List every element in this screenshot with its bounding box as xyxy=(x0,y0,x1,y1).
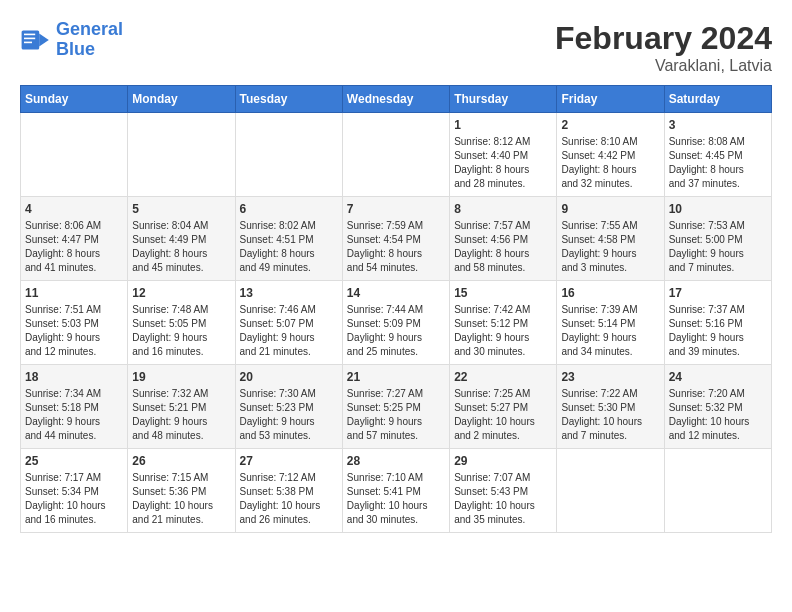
cell-line: Daylight: 8 hours xyxy=(25,247,123,261)
day-number: 26 xyxy=(132,454,230,468)
calendar-cell: 12Sunrise: 7:48 AMSunset: 5:05 PMDayligh… xyxy=(128,281,235,365)
cell-line: Sunrise: 8:02 AM xyxy=(240,219,338,233)
calendar-cell: 18Sunrise: 7:34 AMSunset: 5:18 PMDayligh… xyxy=(21,365,128,449)
cell-line: and 34 minutes. xyxy=(561,345,659,359)
cell-line: Sunrise: 7:22 AM xyxy=(561,387,659,401)
day-number: 7 xyxy=(347,202,445,216)
cell-content: Sunrise: 8:06 AMSunset: 4:47 PMDaylight:… xyxy=(25,219,123,275)
cell-content: Sunrise: 7:22 AMSunset: 5:30 PMDaylight:… xyxy=(561,387,659,443)
col-header-thursday: Thursday xyxy=(450,86,557,113)
cell-line: and 41 minutes. xyxy=(25,261,123,275)
day-number: 10 xyxy=(669,202,767,216)
cell-content: Sunrise: 7:59 AMSunset: 4:54 PMDaylight:… xyxy=(347,219,445,275)
col-header-friday: Friday xyxy=(557,86,664,113)
cell-line: Daylight: 10 hours xyxy=(561,415,659,429)
cell-line: Sunrise: 7:51 AM xyxy=(25,303,123,317)
logo-text: General Blue xyxy=(56,20,123,60)
cell-line: Sunrise: 7:17 AM xyxy=(25,471,123,485)
cell-line: Daylight: 9 hours xyxy=(347,415,445,429)
cell-line: Sunrise: 8:12 AM xyxy=(454,135,552,149)
week-row-2: 4Sunrise: 8:06 AMSunset: 4:47 PMDaylight… xyxy=(21,197,772,281)
day-number: 9 xyxy=(561,202,659,216)
day-number: 15 xyxy=(454,286,552,300)
cell-line: and 25 minutes. xyxy=(347,345,445,359)
calendar-cell: 22Sunrise: 7:25 AMSunset: 5:27 PMDayligh… xyxy=(450,365,557,449)
calendar-cell: 3Sunrise: 8:08 AMSunset: 4:45 PMDaylight… xyxy=(664,113,771,197)
cell-line: Sunset: 4:45 PM xyxy=(669,149,767,163)
cell-line: Daylight: 9 hours xyxy=(240,331,338,345)
cell-line: and 37 minutes. xyxy=(669,177,767,191)
cell-line: and 28 minutes. xyxy=(454,177,552,191)
calendar-cell: 1Sunrise: 8:12 AMSunset: 4:40 PMDaylight… xyxy=(450,113,557,197)
calendar-subtitle: Varaklani, Latvia xyxy=(555,57,772,75)
day-number: 4 xyxy=(25,202,123,216)
week-row-1: 1Sunrise: 8:12 AMSunset: 4:40 PMDaylight… xyxy=(21,113,772,197)
page-header: General Blue February 2024 Varaklani, La… xyxy=(20,20,772,75)
logo-icon xyxy=(20,24,52,56)
calendar-cell: 28Sunrise: 7:10 AMSunset: 5:41 PMDayligh… xyxy=(342,449,449,533)
cell-line: Sunset: 5:34 PM xyxy=(25,485,123,499)
cell-line: Sunset: 5:12 PM xyxy=(454,317,552,331)
cell-line: Sunset: 5:43 PM xyxy=(454,485,552,499)
cell-content: Sunrise: 7:37 AMSunset: 5:16 PMDaylight:… xyxy=(669,303,767,359)
cell-line: Daylight: 10 hours xyxy=(240,499,338,513)
cell-line: Sunrise: 7:55 AM xyxy=(561,219,659,233)
cell-line: and 30 minutes. xyxy=(347,513,445,527)
logo: General Blue xyxy=(20,20,123,60)
cell-line: Sunrise: 7:48 AM xyxy=(132,303,230,317)
cell-line: Daylight: 9 hours xyxy=(347,331,445,345)
calendar-cell: 13Sunrise: 7:46 AMSunset: 5:07 PMDayligh… xyxy=(235,281,342,365)
cell-line: and 21 minutes. xyxy=(240,345,338,359)
calendar-cell: 26Sunrise: 7:15 AMSunset: 5:36 PMDayligh… xyxy=(128,449,235,533)
cell-line: Daylight: 9 hours xyxy=(561,331,659,345)
day-number: 29 xyxy=(454,454,552,468)
calendar-cell xyxy=(128,113,235,197)
cell-line: and 16 minutes. xyxy=(25,513,123,527)
cell-content: Sunrise: 8:08 AMSunset: 4:45 PMDaylight:… xyxy=(669,135,767,191)
cell-line: Daylight: 10 hours xyxy=(132,499,230,513)
calendar-cell: 25Sunrise: 7:17 AMSunset: 5:34 PMDayligh… xyxy=(21,449,128,533)
logo-general: General xyxy=(56,19,123,39)
calendar-table: SundayMondayTuesdayWednesdayThursdayFrid… xyxy=(20,85,772,533)
col-header-wednesday: Wednesday xyxy=(342,86,449,113)
cell-line: Sunrise: 7:10 AM xyxy=(347,471,445,485)
cell-line: Daylight: 10 hours xyxy=(25,499,123,513)
day-number: 3 xyxy=(669,118,767,132)
cell-line: Daylight: 8 hours xyxy=(669,163,767,177)
cell-line: and 44 minutes. xyxy=(25,429,123,443)
cell-line: Sunrise: 7:39 AM xyxy=(561,303,659,317)
cell-line: and 7 minutes. xyxy=(669,261,767,275)
cell-content: Sunrise: 7:30 AMSunset: 5:23 PMDaylight:… xyxy=(240,387,338,443)
cell-line: Daylight: 9 hours xyxy=(132,415,230,429)
cell-line: Sunrise: 8:10 AM xyxy=(561,135,659,149)
cell-content: Sunrise: 7:20 AMSunset: 5:32 PMDaylight:… xyxy=(669,387,767,443)
cell-line: Sunset: 5:41 PM xyxy=(347,485,445,499)
cell-line: and 54 minutes. xyxy=(347,261,445,275)
cell-line: and 58 minutes. xyxy=(454,261,552,275)
calendar-cell: 7Sunrise: 7:59 AMSunset: 4:54 PMDaylight… xyxy=(342,197,449,281)
cell-line: Sunrise: 7:34 AM xyxy=(25,387,123,401)
cell-line: Sunrise: 7:20 AM xyxy=(669,387,767,401)
cell-content: Sunrise: 7:48 AMSunset: 5:05 PMDaylight:… xyxy=(132,303,230,359)
col-header-monday: Monday xyxy=(128,86,235,113)
cell-line: Sunset: 5:21 PM xyxy=(132,401,230,415)
cell-line: Sunset: 4:47 PM xyxy=(25,233,123,247)
cell-line: Daylight: 9 hours xyxy=(669,247,767,261)
cell-content: Sunrise: 7:12 AMSunset: 5:38 PMDaylight:… xyxy=(240,471,338,527)
cell-line: and 53 minutes. xyxy=(240,429,338,443)
cell-line: Sunset: 5:07 PM xyxy=(240,317,338,331)
cell-line: Daylight: 9 hours xyxy=(132,331,230,345)
cell-line: Sunset: 5:05 PM xyxy=(132,317,230,331)
cell-line: Sunrise: 7:53 AM xyxy=(669,219,767,233)
cell-line: Sunset: 4:42 PM xyxy=(561,149,659,163)
cell-line: Sunrise: 7:42 AM xyxy=(454,303,552,317)
day-number: 23 xyxy=(561,370,659,384)
week-row-3: 11Sunrise: 7:51 AMSunset: 5:03 PMDayligh… xyxy=(21,281,772,365)
calendar-cell: 16Sunrise: 7:39 AMSunset: 5:14 PMDayligh… xyxy=(557,281,664,365)
calendar-cell: 23Sunrise: 7:22 AMSunset: 5:30 PMDayligh… xyxy=(557,365,664,449)
cell-content: Sunrise: 7:46 AMSunset: 5:07 PMDaylight:… xyxy=(240,303,338,359)
cell-line: Sunset: 5:30 PM xyxy=(561,401,659,415)
cell-line: Sunset: 4:58 PM xyxy=(561,233,659,247)
svg-rect-4 xyxy=(24,41,32,43)
calendar-cell: 24Sunrise: 7:20 AMSunset: 5:32 PMDayligh… xyxy=(664,365,771,449)
